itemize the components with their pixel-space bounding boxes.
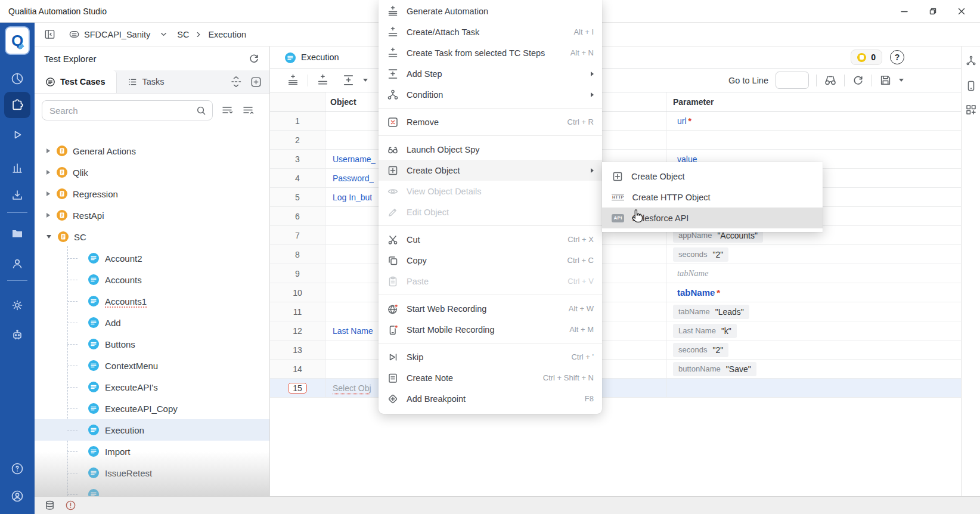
tab-execution[interactable]: Execution	[270, 52, 339, 63]
sort-descending-icon[interactable]	[221, 104, 234, 117]
grid-add-icon[interactable]	[965, 104, 977, 116]
repository-icon[interactable]	[10, 227, 24, 241]
import-icon[interactable]	[10, 188, 24, 203]
table-row[interactable]: 10 tabName*	[270, 283, 961, 302]
help-icon[interactable]	[10, 462, 24, 476]
table-row[interactable]: 2	[270, 131, 961, 150]
generate-automation-icon[interactable]	[287, 74, 299, 86]
users-icon[interactable]	[10, 256, 24, 271]
tree-test-case[interactable]: Accounts1	[35, 290, 269, 312]
restore-icon[interactable]	[929, 7, 937, 16]
table-row[interactable]: 11 tabName"Leads"	[270, 302, 961, 321]
menu-item-create-attach-task[interactable]: Create/Attach Task Alt + I	[379, 21, 602, 42]
tree-folder[interactable]: Qlik	[35, 162, 269, 183]
menu-item-condition[interactable]: Condition	[379, 84, 602, 105]
table-row-selected[interactable]: 15 Select Obj	[270, 379, 961, 398]
save-icon[interactable]	[879, 74, 892, 86]
tree-folder[interactable]: General Actions	[35, 140, 269, 162]
column-header-parameter[interactable]: Parameter	[666, 92, 961, 111]
tree-test-case[interactable]: Accounts	[35, 269, 269, 290]
sync-icon[interactable]	[248, 52, 260, 64]
menu-item-remove[interactable]: Remove Ctrl + R	[379, 112, 602, 132]
assistant-bot-icon[interactable]	[10, 328, 24, 342]
breadcrumb-project[interactable]: SFDCAPI_Sanity	[84, 30, 150, 39]
table-row[interactable]: 12 Last Name Last Name"k"	[270, 321, 961, 340]
caret-right-icon[interactable]	[46, 148, 50, 153]
tree-test-case-partial[interactable]	[35, 484, 269, 496]
menu-item-add-step[interactable]: Add Step	[379, 63, 602, 84]
search-input[interactable]	[49, 106, 196, 116]
table-row[interactable]: 13 seconds"2"	[270, 340, 961, 360]
caret-right-icon[interactable]	[46, 191, 50, 196]
sort-ascending-icon[interactable]	[241, 104, 255, 117]
save-dropdown-caret[interactable]	[899, 79, 904, 82]
tree-test-case[interactable]: IssueRetest	[35, 462, 269, 484]
clipboard-icon	[387, 275, 399, 287]
close-icon[interactable]	[957, 7, 966, 16]
menu-item-launch-object-spy[interactable]: Launch Object Spy	[379, 139, 602, 160]
menu-item-copy[interactable]: Copy Ctrl + C	[379, 250, 602, 271]
tree-test-case[interactable]: Account2	[35, 247, 269, 269]
caret-right-icon[interactable]	[46, 170, 50, 175]
dashboard-icon[interactable]	[10, 72, 24, 86]
caret-down-icon[interactable]	[46, 235, 51, 239]
help-circle-icon[interactable]: ?	[890, 50, 904, 64]
tree-test-case[interactable]: ExecuteAPI's	[35, 376, 269, 398]
menu-item-create-task-from-steps[interactable]: Create Task from selected TC Steps Alt +…	[379, 42, 602, 63]
tree-test-case[interactable]: Buttons	[35, 333, 269, 355]
collapse-all-icon[interactable]	[230, 75, 243, 88]
tree-folder[interactable]: RestApi	[35, 205, 269, 226]
submenu-item-create-http-object[interactable]: HTTP Create HTTP Object	[602, 187, 823, 208]
caret-right-icon[interactable]	[46, 213, 50, 218]
table-row[interactable]: 8 seconds"2"	[270, 245, 961, 264]
param-chip: seconds"2"	[673, 247, 728, 262]
submenu-item-create-object[interactable]: Create Object	[602, 166, 823, 187]
search-box[interactable]	[42, 100, 213, 120]
editor-area: Execution 0 ? Go to Line	[270, 47, 961, 496]
table-row[interactable]: 14 buttonName"Save"	[270, 360, 961, 379]
tree-test-case[interactable]: Import	[35, 441, 269, 462]
alert-circle-icon[interactable]	[65, 500, 76, 511]
menu-item-create-object[interactable]: Create Object	[379, 160, 602, 181]
add-step-dropdown-caret[interactable]	[363, 79, 368, 82]
reports-icon[interactable]	[10, 161, 24, 175]
search-icon	[196, 106, 206, 116]
collapse-panel-icon[interactable]	[44, 29, 55, 40]
menu-item-generate-automation[interactable]: Generate Automation	[379, 1, 602, 21]
tree-folder[interactable]: Regression	[35, 183, 269, 205]
profile-avatar-icon[interactable]	[10, 489, 24, 503]
menu-item-start-mobile-recording[interactable]: Start Mobile Recording Alt + M	[379, 319, 602, 340]
find-binoculars-icon[interactable]	[824, 74, 837, 87]
object-spy-3d-icon[interactable]	[965, 55, 977, 67]
tree-folder-expanded[interactable]: SC	[35, 226, 269, 247]
tree-test-case[interactable]: Add	[35, 312, 269, 333]
menu-item-skip[interactable]: Skip Ctrl + '	[379, 346, 602, 367]
table-row[interactable]: 1 url*	[270, 112, 961, 131]
tree-test-case[interactable]: ContextMenu	[35, 355, 269, 376]
tree-test-case-selected[interactable]: Execution	[35, 419, 269, 441]
breadcrumb-section[interactable]: SC	[177, 30, 189, 39]
add-step-icon[interactable]	[342, 74, 355, 86]
test-development-icon[interactable]	[10, 98, 24, 112]
param-link: tabName*	[666, 287, 720, 298]
settings-gear-icon[interactable]	[10, 298, 24, 312]
add-test-case-icon[interactable]	[250, 76, 262, 88]
menu-item-start-web-recording[interactable]: Start Web Recording Alt + W	[379, 298, 602, 319]
database-icon[interactable]	[44, 500, 55, 511]
error-count-badge[interactable]: 0	[851, 49, 882, 65]
tab-tasks[interactable]: Tasks	[117, 70, 175, 93]
create-task-icon[interactable]	[317, 74, 329, 86]
menu-item-add-breakpoint[interactable]: Add Breakpoint F8	[379, 388, 602, 409]
tab-test-cases[interactable]: Test Cases	[35, 70, 117, 93]
refresh-icon[interactable]	[852, 74, 864, 86]
chevron-down-icon[interactable]	[160, 30, 168, 38]
tree-test-case[interactable]: ExecuteAPI_Copy	[35, 398, 269, 419]
app-logo[interactable]: Q	[5, 26, 30, 55]
minimize-icon[interactable]	[900, 7, 908, 16]
table-row[interactable]: 9 tabName	[270, 264, 961, 283]
execution-icon[interactable]	[10, 128, 24, 142]
goto-line-input[interactable]	[776, 72, 809, 89]
menu-item-create-note[interactable]: Create Note Ctrl + Shift + N	[379, 367, 602, 388]
mobile-device-icon[interactable]	[965, 80, 977, 92]
menu-item-cut[interactable]: Cut Ctrl + X	[379, 229, 602, 250]
